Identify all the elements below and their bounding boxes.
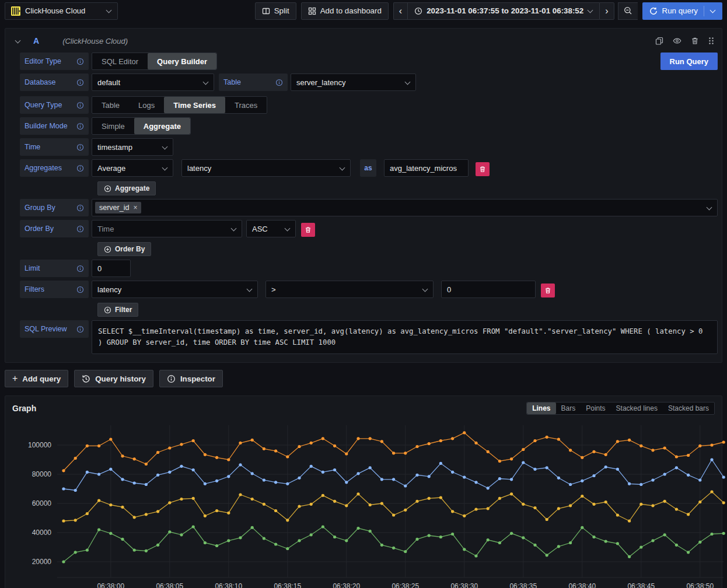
info-icon[interactable] (76, 265, 84, 272)
radio-option-traces[interactable]: Traces (225, 97, 267, 113)
datasource-name: ClickHouse Cloud (25, 6, 102, 15)
aggregate-column-select[interactable]: latency (181, 159, 351, 177)
radio-option-query-builder[interactable]: Query Builder (148, 53, 216, 69)
add-to-dashboard-label: Add to dashboard (320, 6, 382, 15)
remove-filter-button[interactable] (541, 284, 555, 298)
table-label: Table (219, 74, 288, 91)
inspector-label: Inspector (180, 374, 215, 383)
filters-label: Filters (20, 281, 89, 298)
group-by-multiselect[interactable]: server_id × (92, 199, 718, 216)
time-range-back-button[interactable]: ‹ (393, 2, 407, 20)
query-row-header: A (ClickHouse Cloud) (9, 33, 718, 49)
inspector-button[interactable]: Inspector (159, 370, 223, 387)
limit-row: Limit 0 (20, 260, 718, 277)
duplicate-query-icon[interactable] (655, 37, 663, 45)
chevron-down-icon (247, 287, 252, 292)
hide-query-eye-icon[interactable] (673, 37, 681, 45)
query-history-button[interactable]: Query history (74, 370, 153, 387)
order-by-direction-select[interactable]: ASC (246, 220, 296, 237)
builder-mode-label: Builder Mode (20, 117, 89, 135)
remove-order-by-button[interactable] (301, 223, 315, 237)
svg-text:100000: 100000 (28, 441, 51, 449)
filter-value: 0 (447, 285, 451, 294)
info-icon[interactable] (76, 164, 84, 172)
add-filter-label: Filter (115, 306, 132, 314)
zoom-out-time-button[interactable] (618, 2, 638, 20)
run-query-button[interactable]: Run query (642, 2, 723, 20)
split-button[interactable]: Split (255, 2, 296, 20)
database-select[interactable]: default (92, 74, 214, 91)
group-by-row: Group By server_id × (20, 199, 718, 216)
radio-option-logs[interactable]: Logs (129, 97, 164, 113)
filter-operator-value: > (271, 285, 276, 294)
filter-operator-select[interactable]: > (265, 281, 434, 298)
editor-type-row: Editor Type SQL EditorQuery Builder Run … (20, 52, 718, 70)
svg-text:06:38:40: 06:38:40 (568, 582, 596, 588)
drag-handle-icon[interactable] (708, 37, 714, 45)
add-filter-button[interactable]: Filter (97, 303, 138, 317)
add-to-dashboard-button[interactable]: Add to dashboard (301, 2, 389, 20)
info-icon[interactable] (76, 58, 84, 65)
info-icon[interactable] (76, 225, 84, 233)
radio-option-stacked-bars[interactable]: Stacked bars (663, 402, 714, 414)
radio-option-time-series[interactable]: Time Series (164, 97, 225, 113)
dashboard-grid-icon (308, 7, 316, 15)
remove-tag-icon[interactable]: × (133, 204, 137, 212)
info-icon[interactable] (76, 326, 84, 333)
order-by-direction-value: ASC (252, 225, 268, 233)
add-aggregate-button[interactable]: Aggregate (97, 181, 156, 195)
time-range-button[interactable]: 2023-11-01 06:37:55 to 2023-11-01 06:38:… (407, 2, 599, 20)
group-by-tag[interactable]: server_id × (95, 202, 141, 214)
history-icon (82, 374, 90, 383)
chevron-down-icon (203, 80, 208, 85)
filter-column-select[interactable]: latency (92, 281, 258, 298)
info-icon[interactable] (76, 102, 84, 109)
editor-run-query-button[interactable]: Run Query (660, 52, 718, 70)
info-icon[interactable] (76, 286, 84, 293)
timeseries-chart[interactable]: 2000040000600008000010000006:38:0006:38:… (12, 422, 725, 588)
limit-input[interactable]: 0 (92, 260, 131, 277)
filter-value-input[interactable]: 0 (441, 281, 536, 298)
info-icon[interactable] (275, 79, 283, 86)
datasource-picker[interactable]: ClickHouse Cloud (5, 2, 118, 20)
info-icon[interactable] (76, 123, 84, 130)
aggregate-function-select[interactable]: Average (92, 159, 173, 177)
time-range-forward-button[interactable]: › (599, 2, 614, 20)
chevron-down-icon (422, 287, 428, 292)
info-icon[interactable] (76, 204, 84, 212)
radio-option-bars[interactable]: Bars (556, 402, 581, 414)
radio-option-points[interactable]: Points (581, 402, 610, 414)
graph-title: Graph (12, 404, 36, 413)
time-column-select[interactable]: timestamp (92, 138, 173, 156)
info-icon[interactable] (76, 144, 84, 151)
radio-option-table[interactable]: Table (92, 97, 129, 113)
time-row: Time timestamp (20, 138, 718, 156)
sql-preview-label: SQL Preview (20, 320, 89, 338)
remove-aggregate-button[interactable] (476, 162, 490, 176)
clickhouse-logo-icon (11, 6, 20, 16)
radio-option-sql-editor[interactable]: SQL Editor (92, 53, 148, 69)
svg-text:60000: 60000 (32, 499, 52, 508)
radio-option-simple[interactable]: Simple (92, 118, 134, 134)
delete-query-trash-icon[interactable] (691, 37, 699, 45)
radio-option-stacked-lines[interactable]: Stacked lines (611, 402, 663, 414)
info-icon[interactable] (76, 79, 84, 86)
aggregate-alias-input[interactable]: avg_latency_micros (384, 159, 469, 177)
table-select[interactable]: server_latency (291, 74, 416, 91)
add-order-by-button[interactable]: Order By (97, 242, 151, 256)
chevron-down-icon (106, 8, 111, 13)
top-bar: ClickHouse Cloud Split Add to dashboard (0, 0, 727, 22)
aggregate-function-value: Average (97, 164, 125, 173)
database-label: Database (20, 74, 89, 91)
radio-option-lines[interactable]: Lines (527, 402, 555, 414)
order-by-field-select[interactable]: Time (92, 220, 242, 237)
collapse-chevron-icon[interactable] (15, 38, 20, 44)
chevron-right-icon: › (605, 6, 608, 16)
radio-option-aggregate[interactable]: Aggregate (134, 118, 190, 134)
table-value: server_latency (296, 78, 346, 87)
order-by-row: Order By Time ASC (20, 220, 718, 237)
chevron-down-icon (707, 205, 712, 211)
add-query-button[interactable]: + Add query (5, 370, 68, 387)
database-row: Database default Table server_latenc (20, 74, 718, 91)
svg-text:06:38:05: 06:38:05 (156, 582, 183, 588)
